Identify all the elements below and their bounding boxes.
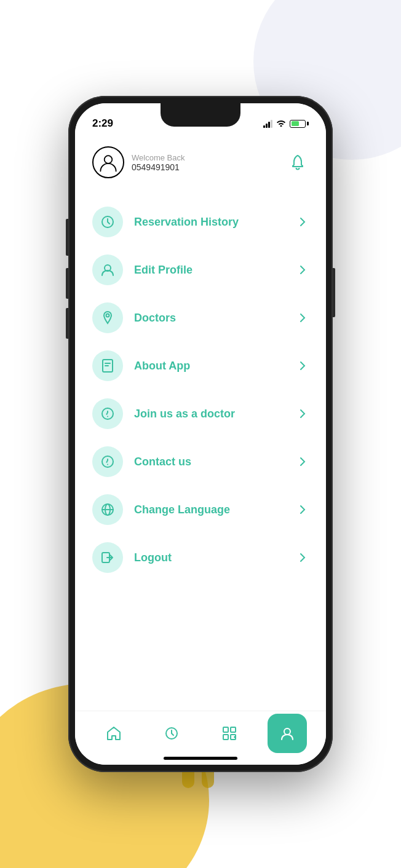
nav-item-grid[interactable] xyxy=(210,714,249,753)
menu-item-doctors[interactable]: Doctors xyxy=(87,294,314,342)
profile-icon xyxy=(279,725,296,742)
doctors-icon-wrap xyxy=(92,302,123,333)
about-app-icon-wrap xyxy=(92,350,123,381)
menu-item-about-app[interactable]: About App xyxy=(87,342,314,390)
contact-us-icon-wrap xyxy=(92,446,123,477)
chevron-right-icon xyxy=(296,216,309,228)
user-info: Welcome Back 0549491901 xyxy=(92,146,185,178)
status-icons xyxy=(263,119,309,128)
svg-point-0 xyxy=(105,156,113,164)
svg-point-3 xyxy=(106,314,109,317)
logout-icon-wrap xyxy=(92,542,123,573)
chevron-right-icon xyxy=(296,456,309,468)
svg-rect-13 xyxy=(223,727,228,732)
phone-frame: 2:29 xyxy=(68,96,333,772)
contact-us-label: Contact us xyxy=(134,456,296,468)
power-button xyxy=(333,268,335,317)
signal-icon xyxy=(263,119,272,128)
nav-item-history[interactable] xyxy=(152,714,191,753)
chevron-right-icon xyxy=(296,551,309,564)
chevron-right-icon xyxy=(296,503,309,516)
battery-icon xyxy=(290,120,309,128)
volume-down-button xyxy=(66,308,68,339)
home-indicator xyxy=(164,757,237,760)
nav-item-profile[interactable] xyxy=(268,714,307,753)
menu-item-join-doctor[interactable]: Join us as a doctor xyxy=(87,390,314,438)
svg-rect-14 xyxy=(231,727,236,732)
home-icon xyxy=(105,725,122,742)
svg-point-17 xyxy=(284,728,290,735)
reservation-history-label: Reservation History xyxy=(134,216,296,229)
volume-up-button xyxy=(66,268,68,299)
menu-list: Reservation History Edit Profile xyxy=(75,186,326,711)
user-text: Welcome Back 0549491901 xyxy=(132,153,185,172)
menu-item-edit-profile[interactable]: Edit Profile xyxy=(87,246,314,294)
svg-point-7 xyxy=(102,456,113,467)
grid-icon xyxy=(221,725,238,742)
change-language-label: Change Language xyxy=(134,503,296,516)
menu-item-logout[interactable]: Logout xyxy=(87,534,314,582)
phone-number: 0549491901 xyxy=(132,162,185,172)
svg-point-6 xyxy=(107,416,108,417)
edit-profile-label: Edit Profile xyxy=(134,264,296,277)
menu-item-reservation-history[interactable]: Reservation History xyxy=(87,198,314,246)
svg-point-8 xyxy=(107,464,108,465)
chevron-right-icon xyxy=(296,408,309,420)
avatar xyxy=(92,146,124,178)
chevron-right-icon xyxy=(296,264,309,276)
welcome-label: Welcome Back xyxy=(132,153,185,162)
change-language-icon-wrap xyxy=(92,494,123,525)
logout-label: Logout xyxy=(134,551,296,564)
chevron-right-icon xyxy=(296,360,309,372)
join-doctor-label: Join us as a doctor xyxy=(134,408,296,420)
join-doctor-icon-wrap xyxy=(92,398,123,429)
wifi-icon xyxy=(276,119,286,128)
notch xyxy=(161,103,240,127)
chevron-right-icon xyxy=(296,312,309,324)
nav-item-home[interactable] xyxy=(94,714,133,753)
svg-point-5 xyxy=(102,408,113,419)
about-app-label: About App xyxy=(134,360,296,373)
status-time: 2:29 xyxy=(92,117,113,130)
svg-rect-15 xyxy=(223,735,228,740)
menu-item-change-language[interactable]: Change Language xyxy=(87,486,314,534)
notification-bell-button[interactable] xyxy=(287,151,309,173)
phone-screen: 2:29 xyxy=(75,103,326,765)
doctors-label: Doctors xyxy=(134,312,296,325)
edit-profile-icon-wrap xyxy=(92,254,123,285)
reservation-history-icon-wrap xyxy=(92,207,123,237)
header: Welcome Back 0549491901 xyxy=(75,136,326,186)
clock-icon xyxy=(163,725,180,742)
menu-item-contact-us[interactable]: Contact us xyxy=(87,438,314,486)
